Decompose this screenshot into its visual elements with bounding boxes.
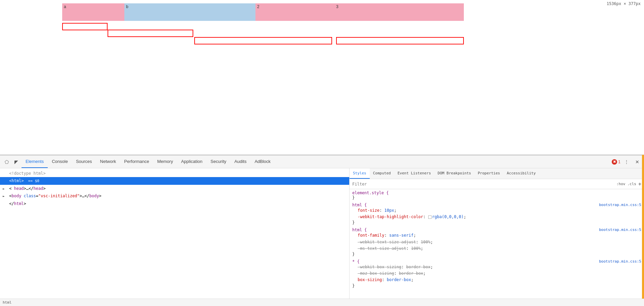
right-tab-dom-breakpoints[interactable]: DOM Breakpoints — [434, 168, 474, 179]
flex-box-3: 3 — [334, 3, 464, 21]
dom-expand-arrow[interactable]: ► — [3, 186, 7, 192]
css-prop-value[interactable]: 10px — [384, 208, 394, 213]
right-tab-accessibility[interactable]: Accessibility — [504, 168, 539, 179]
dom-panel: <!doctype html> <html> == $0 ► < head>…<… — [0, 168, 350, 299]
css-rule-html-rule-2: bootstrap.min.css:5html { font-family: s… — [352, 228, 641, 257]
right-tab-computed[interactable]: Computed — [370, 168, 394, 179]
css-prop-name: -webkit-text-size-adjust — [358, 240, 416, 244]
css-prop-name: -webkit-tap-highlight-color — [358, 214, 423, 219]
css-prop-name: -webkit-box-sizing — [358, 265, 401, 269]
filter-bar: :hov .cls + — [350, 179, 644, 189]
red-outline-2 — [108, 30, 193, 37]
devtools-tabs: ElementsConsoleSourcesNetworkPerformance… — [22, 156, 612, 168]
css-prop-value[interactable]: border-box — [387, 277, 411, 282]
devtools-tab-performance[interactable]: Performance — [120, 156, 153, 168]
css-prop-value[interactable]: sans-serif — [389, 233, 413, 238]
devtools-tab-network[interactable]: Network — [96, 156, 120, 168]
css-source[interactable]: bootstrap.min.css:5 — [599, 203, 641, 207]
red-outline-3 — [194, 37, 332, 44]
css-property: font-size: 10px; — [352, 207, 641, 214]
css-property: -webkit-text-size-adjust: 100%; — [352, 239, 641, 245]
dom-html-line[interactable]: <html> == $0 — [0, 177, 349, 185]
device-mode-button[interactable]: ◤ — [11, 157, 21, 167]
devtools-tab-elements[interactable]: Elements — [22, 156, 48, 168]
styles-panel: StylesComputedEvent ListenersDOM Breakpo… — [350, 168, 644, 299]
devtools-tab-audits[interactable]: Audits — [230, 156, 250, 168]
devtools-tab-security[interactable]: Security — [206, 156, 230, 168]
red-outline-1 — [62, 23, 108, 30]
inspect-element-button[interactable]: ⬠ — [2, 157, 11, 167]
css-property: -ms-text-size-adjust: 100%; — [352, 245, 641, 252]
filter-hov[interactable]: :hov — [616, 182, 626, 186]
devtools-tab-sources[interactable]: Sources — [72, 156, 96, 168]
filter-right: :hov .cls + — [616, 181, 641, 187]
css-prop-name: font-family — [358, 233, 384, 238]
dom-expand-arrow[interactable]: ► — [3, 193, 7, 199]
right-tab-styles[interactable]: Styles — [350, 168, 370, 179]
dom-head-line[interactable]: ► < head>…</head> — [0, 185, 349, 192]
css-prop-value[interactable]: border-box — [406, 265, 431, 269]
css-rule-element-style: element.style {} — [352, 191, 641, 200]
css-selector: element.style { — [352, 191, 389, 195]
devtools-tab-console[interactable]: Console — [48, 156, 72, 168]
browser-viewport: 1536px × 377px a b 2 3 — [0, 0, 644, 155]
css-selector: html { — [352, 228, 367, 232]
filter-cls[interactable]: .cls — [627, 182, 636, 186]
dimension-label: 1536px × 377px — [607, 1, 641, 6]
css-selector: * { — [352, 259, 360, 264]
css-prop-value[interactable]: 100% — [421, 240, 431, 244]
devtools-tab-application[interactable]: Application — [177, 156, 207, 168]
css-source[interactable]: bootstrap.min.css:5 — [599, 228, 641, 232]
css-property: box-sizing: border-box; — [352, 277, 641, 283]
error-count: 1 — [618, 160, 620, 164]
css-rule-star-rule: bootstrap.min.css:5* { -webkit-box-sizin… — [352, 259, 641, 288]
css-prop-value[interactable]: 100% — [411, 246, 421, 251]
css-property: -webkit-tap-highlight-color: rgba(0,0,0,… — [352, 214, 641, 220]
css-prop-name: box-sizing — [358, 277, 382, 282]
devtools-body: <!doctype html> <html> == $0 ► < head>…<… — [0, 168, 644, 299]
right-tab-properties[interactable]: Properties — [474, 168, 503, 179]
dom-html-close-line: </html> — [0, 200, 349, 207]
dom-doctype-line: <!doctype html> — [0, 170, 349, 177]
right-panel-tabs: StylesComputedEvent ListenersDOM Breakpo… — [350, 168, 644, 179]
css-property: -webkit-box-sizing: border-box; — [352, 264, 641, 270]
css-property: font-family: sans-serif; — [352, 232, 641, 239]
breadcrumb-html: html — [3, 300, 12, 305]
css-content: element.style {}bootstrap.min.css:5html … — [350, 189, 644, 299]
devtools-topbar: ⬠ ◤ ElementsConsoleSourcesNetworkPerform… — [0, 156, 644, 168]
resize-handle[interactable] — [642, 168, 644, 299]
css-property: -moz-box-sizing: border-box; — [352, 270, 641, 277]
close-devtools-button[interactable]: ✕ — [633, 157, 642, 167]
red-outline-4 — [336, 37, 464, 44]
flex-box-2: 2 — [255, 3, 334, 21]
filter-input[interactable] — [352, 182, 614, 186]
more-options-button[interactable]: ⋮ — [622, 157, 631, 167]
right-tab-event-listeners[interactable]: Event Listeners — [394, 168, 434, 179]
flex-box-b: b — [124, 3, 255, 21]
css-selector: html { — [352, 203, 367, 207]
css-prop-name: -moz-box-sizing — [358, 271, 394, 276]
devtools-tab-memory[interactable]: Memory — [153, 156, 177, 168]
add-style-button[interactable]: + — [638, 181, 641, 187]
devtools-bottom-bar: html — [0, 299, 644, 306]
flex-box-a: a — [62, 3, 124, 21]
flex-container: a b 2 3 — [62, 3, 464, 21]
devtools-panel: ⬠ ◤ ElementsConsoleSourcesNetworkPerform… — [0, 155, 644, 306]
css-prop-name: -ms-text-size-adjust — [358, 246, 406, 251]
css-prop-name: font-size — [358, 208, 379, 213]
color-swatch — [428, 215, 432, 219]
css-rule-html-rule-1: bootstrap.min.css:5html { font-size: 10p… — [352, 203, 641, 225]
css-prop-value[interactable]: border-box — [399, 271, 423, 276]
error-badge: ✖ 1 — [612, 159, 620, 165]
dom-body-line[interactable]: ► <body class="vsc-initialized">…</body> — [0, 192, 349, 200]
devtools-tab-adblock[interactable]: AdBlock — [250, 156, 275, 168]
error-icon: ✖ — [612, 159, 617, 165]
css-prop-value[interactable]: rgba(0,0,0,0) — [432, 214, 464, 219]
css-source[interactable]: bootstrap.min.css:5 — [599, 259, 641, 264]
devtools-topbar-right: ✖ 1 ⋮ ✕ — [612, 157, 642, 167]
